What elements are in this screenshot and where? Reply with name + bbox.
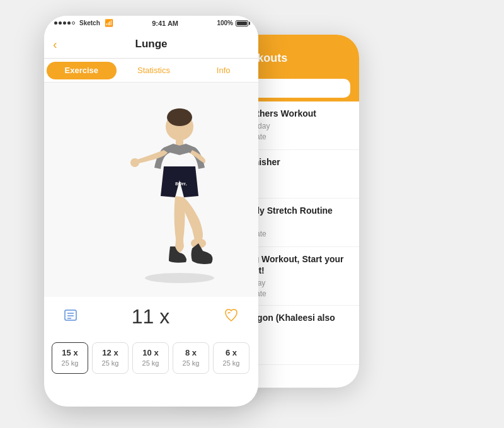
rep-set-0[interactable]: 15 x25 kg [52, 342, 88, 374]
svg-point-17 [130, 158, 139, 167]
sketch-label: Sketch [79, 20, 100, 26]
signal-dot-4 [67, 21, 71, 25]
rep-set-3[interactable]: 8 x25 kg [173, 342, 209, 374]
status-left: Sketch 📶 [54, 19, 113, 27]
rep-weight-2: 25 kg [142, 359, 159, 368]
battery-fill [237, 21, 247, 25]
rep-weight-1: 25 kg [102, 359, 119, 368]
rep-weight-4: 25 kg [223, 359, 240, 368]
status-bar: Sketch 📶 9:41 AM 100% [44, 16, 258, 31]
battery-label: 100% [217, 20, 233, 26]
status-right: 100% [217, 20, 248, 26]
rep-set-1[interactable]: 12 x25 kg [92, 342, 129, 374]
rep-set-2[interactable]: 10 x25 kg [132, 342, 169, 374]
tab-info[interactable]: Info [188, 59, 258, 82]
exercise-area: 8Orr. [44, 83, 258, 297]
svg-point-15 [167, 108, 192, 126]
scene: Workouts 🔍 Bar Brothers Workout60+ min /… [13, 16, 491, 413]
signal-dot-3 [63, 21, 66, 25]
rep-weight-3: 25 kg [183, 359, 200, 368]
tab-bar: Exercise Statistics Info [44, 59, 258, 83]
svg-text:8Orr.: 8Orr. [175, 181, 187, 187]
tab-exercise[interactable]: Exercise [47, 62, 117, 79]
battery-icon [236, 20, 248, 26]
nav-title: Lunge [135, 38, 168, 50]
signal-dots [54, 21, 75, 25]
counter-area: 11 x [44, 297, 258, 337]
list-icon[interactable] [63, 308, 78, 327]
tab-statistics[interactable]: Statistics [119, 59, 189, 82]
signal-dot-5 [72, 21, 75, 25]
counter-value: 11 x [132, 305, 169, 328]
rep-count-0: 15 x [62, 347, 77, 359]
rep-set-4[interactable]: 6 x25 kg [213, 342, 249, 374]
rep-count-2: 10 x [142, 347, 158, 359]
signal-dot-2 [59, 21, 62, 25]
rep-sets: 15 x25 kg12 x25 kg10 x25 kg8 x25 kg6 x25… [44, 337, 258, 384]
nav-header: ‹ Lunge [44, 31, 258, 59]
signal-dot-1 [54, 21, 57, 25]
rep-weight-0: 25 kg [62, 359, 79, 368]
rep-count-4: 6 x [226, 347, 237, 359]
back-button[interactable]: ‹ [53, 37, 57, 52]
lunge-figure: 8Orr. [82, 92, 220, 287]
heart-icon[interactable] [223, 308, 239, 327]
status-time: 9:41 AM [152, 20, 178, 27]
wifi-icon: 📶 [105, 19, 113, 27]
rep-count-3: 8 x [185, 347, 197, 359]
rep-count-1: 12 x [102, 347, 118, 359]
svg-point-13 [145, 273, 214, 283]
phone-front: Sketch 📶 9:41 AM 100% ‹ Lunge Exercise S… [44, 16, 258, 407]
